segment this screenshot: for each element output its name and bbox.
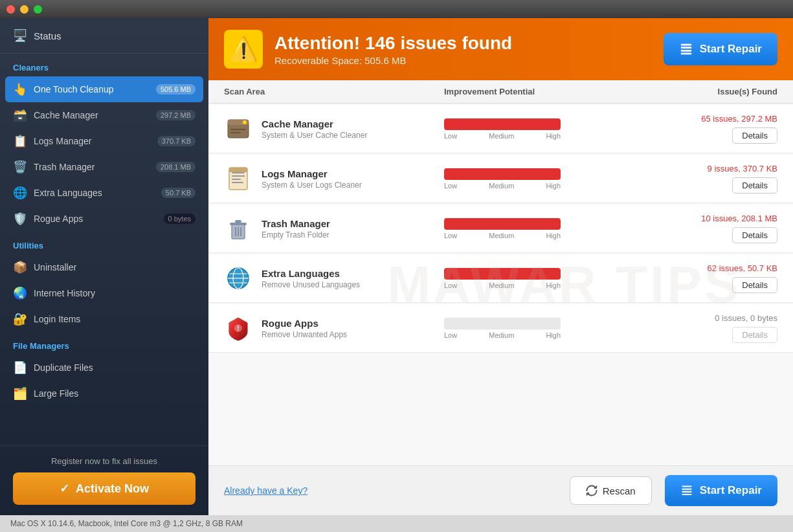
table-row: Trash Manager Empty Trash Folder Low Med… (208, 205, 793, 253)
rogue-apps-desc: Remove Unwanted Apps (262, 330, 347, 339)
extra-languages-name: Extra Languages (262, 268, 360, 279)
sidebar-item-one-touch-cleanup[interactable]: 👆 One Touch Cleanup 505.6 MB (5, 76, 203, 102)
utilities-section: Utilities 📦 Uninstaller 🌏 Internet Histo… (0, 232, 208, 332)
title-bar (0, 0, 793, 18)
label-medium: Medium (489, 282, 514, 289)
svg-rect-11 (232, 175, 245, 177)
status-bar: Mac OS X 10.14.6, Macbook, Intel Core m3… (0, 515, 793, 532)
cache-manager-label: Cache Manager (34, 110, 150, 120)
svg-rect-7 (230, 129, 246, 130)
label-high: High (546, 132, 561, 140)
rogue-bar-low (444, 318, 483, 329)
utilities-section-label: Utilities (0, 232, 208, 254)
label-low: Low (444, 132, 457, 140)
languages-issues-text: 62 issues, 50.7 KB (708, 263, 777, 273)
cleaners-section-label: Cleaners (0, 54, 208, 76)
cache-issues-text: 65 issues, 297.2 MB (701, 114, 777, 124)
rescan-button[interactable]: Rescan (570, 476, 652, 505)
globe-icon: 🌐 (13, 186, 27, 200)
logs-bar-labels: Low Medium High (444, 182, 561, 190)
svg-rect-3 (680, 53, 691, 55)
maximize-button[interactable] (34, 5, 42, 14)
main-content: ⚠️ Attention! 146 issues found Recoverab… (208, 18, 793, 515)
rogue-details-button[interactable]: Details (732, 327, 777, 343)
svg-rect-2 (680, 44, 691, 46)
scan-area-cache: Cache Manager System & User Cache Cleane… (224, 115, 444, 143)
sidebar-item-duplicate-files[interactable]: 📄 Duplicate Files (0, 355, 208, 381)
trash-details-button[interactable]: Details (732, 227, 777, 243)
activate-button[interactable]: ✓ Activate Now (13, 472, 195, 505)
sidebar-item-large-files[interactable]: 🗂️ Large Files (0, 381, 208, 406)
rogue-apps-icon: ! (224, 314, 252, 342)
cache-details-button[interactable]: Details (732, 127, 777, 144)
logs-manager-name: Logs Manager (262, 168, 362, 179)
scan-area-logs: Logs Manager System & User Logs Cleaner (224, 164, 444, 193)
sidebar-item-internet-history[interactable]: 🌏 Internet History (0, 280, 208, 306)
logs-bar-medium (483, 168, 522, 180)
logs-icon: 📋 (13, 134, 27, 148)
svg-rect-16 (230, 223, 247, 225)
sidebar-item-cache-manager[interactable]: 🗃️ Cache Manager 297.2 MB (0, 102, 208, 128)
trash-bar-medium (483, 218, 522, 230)
cache-manager-name: Cache Manager (262, 118, 367, 129)
table-row: Logs Manager System & User Logs Cleaner … (208, 155, 793, 203)
minimize-button[interactable] (20, 5, 28, 14)
start-repair-top-label: Start Repair (700, 43, 762, 56)
svg-rect-10 (232, 172, 245, 173)
rescan-label: Rescan (603, 485, 636, 496)
internet-history-label: Internet History (34, 288, 195, 298)
languages-bar-medium (483, 268, 522, 280)
start-repair-button-top[interactable]: Start Repair (664, 33, 777, 65)
sidebar-item-extra-languages[interactable]: 🌐 Extra Languages 50.7 KB (0, 180, 208, 206)
svg-rect-28 (682, 489, 691, 490)
rescan-icon (586, 485, 598, 496)
sidebar-status-item[interactable]: 🖥️ Status (0, 18, 208, 54)
sidebar-footer: Register now to fix all issues ✓ Activat… (0, 445, 208, 515)
extra-languages-desc: Remove Unused Languages (262, 280, 360, 289)
svg-rect-17 (235, 220, 241, 223)
label-medium: Medium (489, 182, 514, 190)
svg-rect-0 (680, 47, 691, 49)
sidebar-item-login-items[interactable]: 🔐 Login Items (0, 306, 208, 332)
repair-icon (679, 42, 693, 56)
extra-languages-info: Extra Languages Remove Unused Languages (262, 268, 360, 289)
cache-manager-info: Cache Manager System & User Cache Cleane… (262, 118, 367, 140)
languages-details-button[interactable]: Details (732, 277, 777, 293)
logs-issues: 9 issues, 370.7 KB Details (648, 164, 777, 194)
label-medium: Medium (489, 331, 514, 339)
duplicate-files-label: Duplicate Files (34, 362, 195, 373)
box-icon: 📦 (13, 260, 27, 274)
languages-bar-labels: Low Medium High (444, 282, 561, 289)
app-container: 🖥️ Status Cleaners 👆 One Touch Cleanup 5… (0, 18, 793, 515)
uninstaller-label: Uninstaller (34, 262, 195, 272)
rogue-bar-high (522, 318, 561, 329)
trash-bar-high (522, 218, 561, 230)
start-repair-button-bottom[interactable]: Start Repair (665, 475, 777, 506)
svg-rect-31 (682, 494, 691, 495)
trash-manager-icon (224, 214, 252, 243)
svg-text:!: ! (237, 325, 239, 332)
col-issues: Issue(s) Found (648, 87, 777, 96)
sidebar-item-logs-manager[interactable]: 📋 Logs Manager 370.7 KB (0, 128, 208, 154)
cache-bar-labels: Low Medium High (444, 132, 561, 140)
activate-label: Activate Now (76, 482, 149, 496)
file-managers-section-label: File Managers (0, 332, 208, 355)
cache-bar-medium (483, 118, 522, 130)
logs-manager-info: Logs Manager System & User Logs Cleaner (262, 168, 362, 190)
close-button[interactable] (6, 5, 15, 14)
svg-rect-13 (232, 182, 243, 183)
status-label: Status (34, 30, 61, 41)
duplicate-icon: 📄 (13, 360, 27, 375)
sidebar-item-uninstaller[interactable]: 📦 Uninstaller (0, 254, 208, 280)
trash-icon: 🗑️ (13, 160, 27, 174)
register-text: Register now to fix all issues (13, 456, 195, 466)
cache-manager-icon (224, 115, 252, 143)
sidebar-item-rogue-apps[interactable]: 🛡️ Rogue Apps 0 bytes (0, 206, 208, 232)
table-header: Scan Area Improvement Potential Issue(s)… (208, 80, 793, 104)
table-row: ! Rogue Apps Remove Unwanted Apps (208, 304, 793, 353)
sidebar-item-trash-manager[interactable]: 🗑️ Trash Manager 208.1 MB (0, 154, 208, 180)
already-key-link[interactable]: Already have a Key? (224, 485, 557, 496)
logs-manager-desc: System & User Logs Cleaner (262, 181, 362, 190)
logs-details-button[interactable]: Details (732, 177, 777, 194)
file-managers-section: File Managers 📄 Duplicate Files 🗂️ Large… (0, 332, 208, 406)
